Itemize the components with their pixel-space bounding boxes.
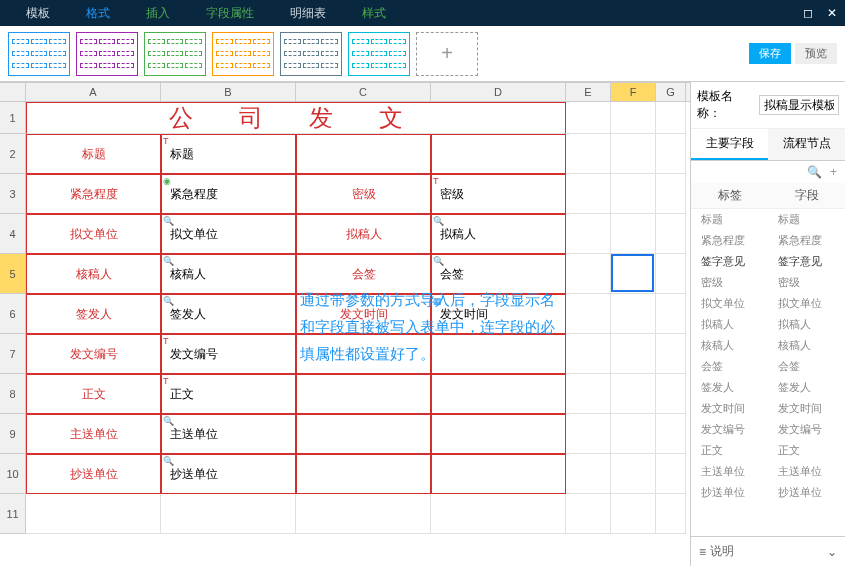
close-icon[interactable]: ✕ (827, 6, 837, 20)
field-row[interactable]: 标题标题 (691, 209, 845, 230)
cell[interactable] (611, 294, 656, 334)
field-row[interactable]: 拟文单位拟文单位 (691, 293, 845, 314)
cell[interactable]: 核稿人 (26, 254, 161, 294)
cell[interactable]: 紧急程度 (26, 174, 161, 214)
field-row[interactable]: 密级密级 (691, 272, 845, 293)
nav-tab[interactable]: 插入 (128, 0, 188, 26)
row-header[interactable]: 10 (0, 454, 26, 494)
preview-button[interactable]: 预览 (795, 43, 837, 64)
cell[interactable]: 主送单位🔍 (161, 414, 296, 454)
row-header[interactable]: 5 (0, 254, 26, 294)
field-row[interactable]: 核稿人核稿人 (691, 335, 845, 356)
col-header[interactable]: F (611, 83, 656, 101)
cell[interactable] (566, 214, 611, 254)
cell[interactable] (656, 414, 686, 454)
cell[interactable] (566, 414, 611, 454)
cell[interactable] (296, 134, 431, 174)
cell[interactable] (611, 374, 656, 414)
template-thumbnail[interactable] (280, 32, 342, 76)
field-row[interactable]: 紧急程度紧急程度 (691, 230, 845, 251)
cell[interactable]: 签发人 (26, 294, 161, 334)
tab-main-fields[interactable]: 主要字段 (691, 129, 768, 160)
row-header[interactable]: 3 (0, 174, 26, 214)
field-row[interactable]: 签发人签发人 (691, 377, 845, 398)
nav-tab[interactable]: 格式 (68, 0, 128, 26)
row-header[interactable]: 4 (0, 214, 26, 254)
cell[interactable] (566, 134, 611, 174)
field-row[interactable]: 签字意见签字意见 (691, 251, 845, 272)
template-thumbnail[interactable] (212, 32, 274, 76)
template-name-input[interactable] (759, 95, 839, 115)
nav-tab[interactable]: 样式 (344, 0, 404, 26)
cell[interactable]: 正文T (161, 374, 296, 414)
cell[interactable]: 标题T (161, 134, 296, 174)
cell[interactable] (566, 454, 611, 494)
cell[interactable]: 紧急程度◉ (161, 174, 296, 214)
cell[interactable]: 拟文单位🔍 (161, 214, 296, 254)
field-row[interactable]: 正文正文 (691, 440, 845, 461)
cell[interactable]: 发文编号T (161, 334, 296, 374)
cell[interactable]: 拟稿人 (296, 214, 431, 254)
cell[interactable] (656, 254, 686, 294)
col-header[interactable]: C (296, 83, 431, 101)
search-icon[interactable]: 🔍 (807, 165, 822, 179)
cell[interactable]: 密级T (431, 174, 566, 214)
col-header[interactable]: B (161, 83, 296, 101)
cell[interactable]: 发文编号 (26, 334, 161, 374)
add-template-button[interactable]: + (416, 32, 478, 76)
cell[interactable] (296, 454, 431, 494)
col-header[interactable]: G (656, 83, 686, 101)
expand-icon[interactable]: ≡ (699, 545, 706, 559)
cell[interactable] (566, 294, 611, 334)
col-header[interactable]: D (431, 83, 566, 101)
cell[interactable] (566, 374, 611, 414)
row-header[interactable]: 1 (0, 102, 26, 134)
nav-tab[interactable]: 明细表 (272, 0, 344, 26)
nav-tab[interactable]: 模板 (8, 0, 68, 26)
cell[interactable]: 签发人🔍 (161, 294, 296, 334)
chevron-down-icon[interactable]: ⌄ (827, 545, 837, 559)
cell[interactable] (431, 414, 566, 454)
cell[interactable] (611, 334, 656, 374)
template-thumbnail[interactable] (76, 32, 138, 76)
field-row[interactable]: 抄送单位抄送单位 (691, 482, 845, 503)
cell[interactable] (611, 134, 656, 174)
cell[interactable]: 标题 (26, 134, 161, 174)
cell[interactable]: 拟文单位 (26, 214, 161, 254)
cell[interactable] (656, 294, 686, 334)
cell[interactable] (656, 334, 686, 374)
cell[interactable] (431, 134, 566, 174)
cell[interactable]: 抄送单位🔍 (161, 454, 296, 494)
nav-tab[interactable]: 字段属性 (188, 0, 272, 26)
cell[interactable] (656, 374, 686, 414)
cell[interactable]: 抄送单位 (26, 454, 161, 494)
template-thumbnail[interactable] (144, 32, 206, 76)
cell[interactable]: 主送单位 (26, 414, 161, 454)
row-header[interactable]: 11 (0, 494, 26, 534)
field-row[interactable]: 会签会签 (691, 356, 845, 377)
restore-icon[interactable]: ◻ (803, 6, 813, 20)
cell[interactable] (296, 414, 431, 454)
template-thumbnail[interactable] (348, 32, 410, 76)
field-row[interactable]: 发文时间发文时间 (691, 398, 845, 419)
cell[interactable] (656, 134, 686, 174)
row-header[interactable]: 7 (0, 334, 26, 374)
cell[interactable] (656, 174, 686, 214)
cell[interactable] (611, 454, 656, 494)
cell[interactable]: 密级 (296, 174, 431, 214)
col-header[interactable]: E (566, 83, 611, 101)
cell[interactable]: 正文 (26, 374, 161, 414)
cell[interactable] (566, 334, 611, 374)
template-thumbnail[interactable] (8, 32, 70, 76)
save-button[interactable]: 保存 (749, 43, 791, 64)
cell[interactable] (431, 374, 566, 414)
row-header[interactable]: 8 (0, 374, 26, 414)
add-field-icon[interactable]: + (830, 165, 837, 179)
cell[interactable] (611, 174, 656, 214)
cell[interactable] (611, 414, 656, 454)
col-header[interactable]: A (26, 83, 161, 101)
cell[interactable] (611, 254, 656, 294)
row-header[interactable]: 2 (0, 134, 26, 174)
cell[interactable]: 核稿人🔍 (161, 254, 296, 294)
tab-flow-nodes[interactable]: 流程节点 (768, 129, 845, 160)
